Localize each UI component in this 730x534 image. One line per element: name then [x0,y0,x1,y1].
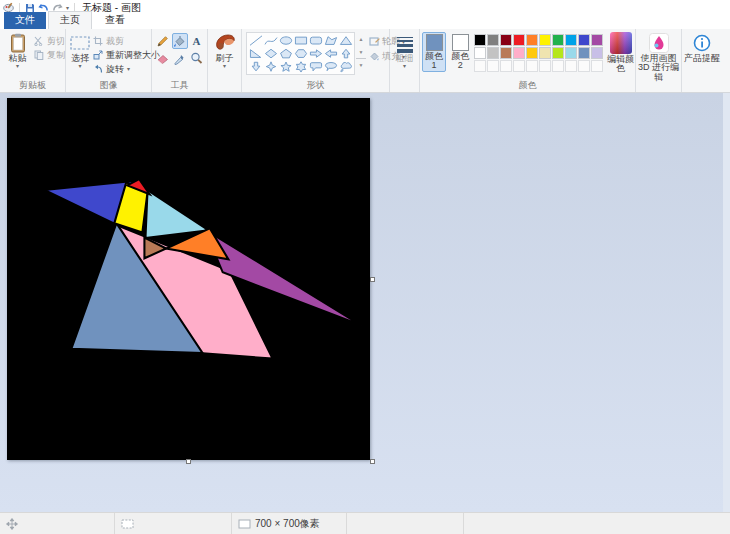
palette-color[interactable] [565,47,577,59]
shape-oval[interactable] [278,34,293,47]
palette-color[interactable] [552,47,564,59]
paint3d-label: 使用画图 3D 进行编辑 [637,54,681,82]
tab-file[interactable]: 文件 [4,12,46,29]
shape-polygon[interactable] [323,34,338,47]
canvas-size-text: 700 × 700像素 [255,517,320,531]
color1-button[interactable]: 颜色 1 [422,32,446,72]
rotate-dropdown-icon: ▾ [127,66,130,72]
shape-line[interactable] [248,34,263,47]
palette-color[interactable] [539,47,551,59]
canvas-resize-handle-bottom[interactable] [186,459,191,464]
canvas-resize-handle-right[interactable] [370,277,375,282]
rotate-button[interactable]: 旋转 ▾ [93,63,160,75]
canvas[interactable] [7,98,370,460]
group-shapes: ▲ ▼ ▼ 轮廓 ▾ 填充 ▾ 形状 [242,29,390,92]
shape-rounded-rectangle[interactable] [308,34,323,47]
shape-diamond[interactable] [263,47,278,60]
resize-button[interactable]: 重新调整大小 [93,49,160,61]
group-image: 选择 ▾ 裁剪 重新调整大小 旋转 ▾ [66,29,152,92]
palette-empty-slot[interactable] [552,60,564,72]
image-group-label: 图像 [66,79,151,92]
shape-triangle[interactable] [338,34,353,47]
palette-color[interactable] [500,47,512,59]
work-area [0,93,730,512]
shape-curve[interactable] [263,34,278,47]
select-button[interactable]: 选择 ▾ [70,32,90,69]
size-label: 粗细 [396,54,414,63]
palette-empty-slot[interactable] [526,60,538,72]
palette-color[interactable] [591,47,603,59]
shape-star-4[interactable] [263,60,278,73]
shape-arrow-up[interactable] [338,47,353,60]
palette-empty-slot[interactable] [539,60,551,72]
rotate-icon [93,64,103,74]
palette-color[interactable] [578,47,590,59]
shape-arrow-right[interactable] [308,47,323,60]
shape-arrow-down[interactable] [248,60,263,73]
palette-empty-slot[interactable] [591,60,603,72]
palette-color[interactable] [513,34,525,46]
palette-empty-slot[interactable] [500,60,512,72]
text-tool[interactable]: A [189,33,205,49]
cut-button[interactable]: 剪切 [34,35,65,47]
shape-hexagon[interactable] [293,47,308,60]
shape-callout-cloud[interactable] [338,60,353,73]
tab-view[interactable]: 查看 [94,12,136,29]
shape-rectangle[interactable] [293,34,308,47]
size-button[interactable]: 粗细 ▾ [390,32,420,69]
shape-pentagon[interactable] [278,47,293,60]
palette-color[interactable] [539,34,551,46]
palette-color[interactable] [526,34,538,46]
shape-callout-rounded[interactable] [308,60,323,73]
paste-button[interactable]: 粘贴 ▾ [5,32,30,69]
color2-button[interactable]: 颜色 2 [448,32,472,72]
palette-color[interactable] [474,34,486,46]
shapes-scroll-up-button[interactable]: ▲ [356,32,366,45]
group-colors: 颜色 1 颜色 2 编辑颜色 颜色 [420,29,636,92]
group-product-alert: 产品提醒 [682,29,722,92]
fill-tool[interactable] [172,33,188,49]
fill-icon [369,51,380,62]
shape-star-6[interactable] [293,60,308,73]
palette-color[interactable] [578,34,590,46]
product-alert-button[interactable]: 产品提醒 [684,32,720,63]
palette-empty-slot[interactable] [487,60,499,72]
shape-callout-oval[interactable] [323,60,338,73]
eraser-tool[interactable] [155,50,171,66]
shapes-more-button[interactable]: ▼ [356,58,366,71]
select-dropdown-icon: ▾ [78,63,81,69]
canvas-resize-handle-corner[interactable] [370,459,375,464]
edit-with-paint3d-button[interactable]: 使用画图 3D 进行编辑 [637,32,681,82]
crop-button[interactable]: 裁剪 [93,35,160,47]
shape-arrow-left[interactable] [323,47,338,60]
palette-color[interactable] [513,47,525,59]
scrollbar-track[interactable] [723,93,730,512]
copy-button[interactable]: 复制 [34,49,65,61]
palette-color[interactable] [487,47,499,59]
palette-color[interactable] [591,34,603,46]
palette-color[interactable] [526,47,538,59]
shape-star-5[interactable] [278,60,293,73]
palette-color[interactable] [500,34,512,46]
group-brushes: 刷子 ▾ [208,29,242,92]
qat-dropdown-icon[interactable]: ▾ [66,5,69,11]
palette-color[interactable] [487,34,499,46]
palette-color[interactable] [552,34,564,46]
magnifier-tool[interactable] [189,50,205,66]
scissors-icon [34,36,44,46]
brushes-button[interactable]: 刷子 ▾ [210,32,240,69]
selection-size-cell [115,513,232,534]
shape-right-triangle[interactable] [248,47,263,60]
palette-empty-slot[interactable] [513,60,525,72]
pencil-tool[interactable] [155,33,171,49]
edit-colors-button[interactable]: 编辑颜色 [606,32,635,74]
palette-color[interactable] [565,34,577,46]
palette-empty-slot[interactable] [565,60,577,72]
palette-color[interactable] [474,47,486,59]
shapes-scroll-down-button[interactable]: ▼ [356,45,366,58]
tab-home[interactable]: 主页 [48,11,92,29]
palette-empty-slot[interactable] [578,60,590,72]
paste-dropdown-icon: ▾ [16,63,19,69]
palette-empty-slot[interactable] [474,60,486,72]
color-picker-tool[interactable] [172,50,188,66]
